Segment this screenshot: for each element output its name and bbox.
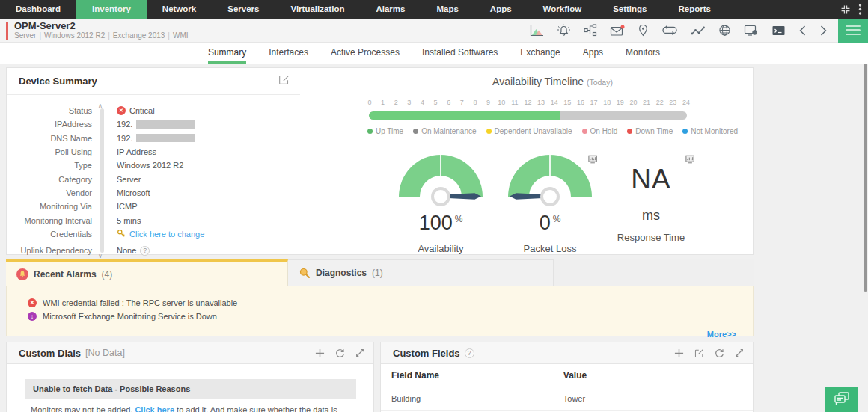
tab-recent-alarms[interactable]: Recent Alarms(4) <box>6 259 288 286</box>
vertical-scrollbar[interactable] <box>863 43 868 412</box>
field-label: Uplink Dependency <box>7 246 92 255</box>
tab-diagnostics[interactable]: Diagnostics(1) <box>288 259 554 286</box>
chat-icon <box>834 391 850 408</box>
nav-item-alarms[interactable]: Alarms <box>360 0 421 19</box>
nav-item-reports[interactable]: Reports <box>663 0 727 19</box>
legend-dot <box>582 129 587 134</box>
tab-active-processes[interactable]: Active Processes <box>331 43 400 64</box>
tab-apps[interactable]: Apps <box>583 43 603 64</box>
field-label: Monitoring Via <box>7 202 92 211</box>
alarm-item[interactable]: ↓Microsoft Exchange Monitoring Service i… <box>28 310 745 323</box>
hour-tick-label: 24 <box>681 99 691 106</box>
meta-separator: | <box>39 31 41 40</box>
web-globe-icon[interactable] <box>718 24 731 37</box>
refresh-icon[interactable] <box>335 348 345 358</box>
device-meta-item: Server <box>14 31 36 40</box>
timeline-hour-scale: 0123456789101112131415161718192021222324 <box>364 99 691 106</box>
more-link[interactable]: More>> <box>707 330 736 339</box>
alarm-tabs: Recent Alarms(4) Diagnostics(1) <box>6 259 754 286</box>
location-pin-icon[interactable] <box>638 24 649 37</box>
field-label: Type <box>7 161 92 170</box>
nav-item-virtualization[interactable]: Virtualization <box>275 0 360 19</box>
alarm-item[interactable]: ✕WMI credential failed : The RPC server … <box>28 296 745 310</box>
nav-item-apps[interactable]: Apps <box>474 0 528 19</box>
redacted-value <box>136 134 195 142</box>
terminal-icon[interactable] <box>771 25 786 37</box>
refresh-icon[interactable] <box>715 348 724 358</box>
availability-timeline-widget: Availability Timeline (Today) 0123456789… <box>352 68 753 254</box>
topology-icon[interactable] <box>584 24 597 37</box>
gauges-row: 100% Availability 0% Packet Lo <box>384 155 753 254</box>
top-nav: DashboardInventoryNetworkServersVirtuali… <box>0 0 868 19</box>
device-title: OPM-Server2 <box>14 21 189 31</box>
edit-icon[interactable] <box>278 74 290 88</box>
help-badge[interactable]: ? <box>465 348 474 358</box>
diagnostics-icon <box>299 267 311 279</box>
legend-item-up-time: Up Time <box>367 127 403 135</box>
credentials-change-link[interactable]: Click here to change <box>129 230 204 239</box>
tab-interfaces[interactable]: Interfaces <box>269 43 308 64</box>
tab-summary[interactable]: Summary <box>208 43 246 64</box>
collapse-icon[interactable] <box>355 348 364 357</box>
field-label: Status <box>7 106 92 115</box>
hour-tick-label: 9 <box>483 99 494 106</box>
legend-item-down-time: Down Time <box>627 127 673 135</box>
field-row-ipaddress: IPAddress192. <box>7 117 352 131</box>
svg-text:$: $ <box>754 30 756 34</box>
edit-icon[interactable] <box>694 348 704 358</box>
field-value: ✕Critical <box>117 106 155 115</box>
field-row-type: TypeWindows 2012 R2 <box>7 159 352 172</box>
widget-menu-button[interactable] <box>838 19 868 43</box>
custom-fields-header: Field NameValue <box>381 364 753 387</box>
chevron-left-icon[interactable] <box>798 25 807 37</box>
nav-item-maps[interactable]: Maps <box>421 0 474 19</box>
legend-dot <box>627 129 632 134</box>
nav-item-inventory[interactable]: Inventory <box>76 0 147 19</box>
field-value: Microsoft <box>117 188 150 197</box>
hour-tick-label: 10 <box>496 99 507 106</box>
field-value: 5 mins <box>117 216 141 225</box>
dependency-loop-icon[interactable] <box>661 25 678 36</box>
device-toolbar: $ <box>530 24 838 37</box>
billing-screen-icon[interactable]: $ <box>744 24 759 37</box>
field-label: Vendor <box>7 188 92 197</box>
field-label: DNS Name <box>7 134 92 143</box>
response-time-gauge: NA ms Response Time <box>602 155 700 254</box>
compress-icon[interactable] <box>840 4 851 15</box>
nav-item-servers[interactable]: Servers <box>212 0 275 19</box>
performance-chart-icon[interactable] <box>530 24 544 37</box>
sparkline-icon[interactable] <box>691 25 706 36</box>
meta-separator: | <box>168 31 170 40</box>
device-summary-scrollbar[interactable]: ∧∨ <box>100 108 104 253</box>
nav-item-settings[interactable]: Settings <box>597 0 662 19</box>
tab-monitors[interactable]: Monitors <box>626 43 660 64</box>
nav-item-network[interactable]: Network <box>147 0 212 19</box>
mail-icon[interactable] <box>610 25 625 37</box>
click-here-link[interactable]: Click here <box>135 405 174 412</box>
alarm-bell-icon[interactable] <box>557 24 571 37</box>
app-window: DashboardInventoryNetworkServersVirtuali… <box>0 0 868 412</box>
nav-item-workflow[interactable]: Workflow <box>528 0 598 19</box>
device-meta: Server|Windows 2012 R2|Exchange 2013|WMI <box>14 31 189 40</box>
report-icon[interactable] <box>685 153 695 167</box>
legend-label: On Hold <box>590 127 618 135</box>
availability-timeline-bar <box>369 111 687 120</box>
help-badge[interactable]: ? <box>140 246 150 256</box>
add-icon[interactable] <box>674 348 684 358</box>
add-icon[interactable] <box>315 348 325 358</box>
value-text: ICMP <box>117 202 138 211</box>
hour-tick-label: 19 <box>615 99 626 106</box>
hour-tick-label: 2 <box>391 99 401 106</box>
collapse-icon[interactable] <box>735 348 744 357</box>
chevron-right-icon[interactable] <box>819 25 828 37</box>
device-meta-item: Exchange 2013 <box>113 31 165 40</box>
summary-card: Device Summary ∧∨ Status✕CriticalIPAddre… <box>6 67 754 255</box>
page-tabs: SummaryInterfacesActive ProcessesInstall… <box>0 43 868 64</box>
nav-item-dashboard[interactable]: Dashboard <box>0 0 76 19</box>
chat-button[interactable] <box>825 387 858 412</box>
tab-installed-softwares[interactable]: Installed Softwares <box>422 43 498 64</box>
recent-alarms-panel: ✕WMI credential failed : The RPC server … <box>6 286 754 336</box>
tab-exchange[interactable]: Exchange <box>520 43 560 64</box>
kebab-menu-icon[interactable] <box>858 4 862 15</box>
hour-tick-label: 15 <box>562 99 572 106</box>
